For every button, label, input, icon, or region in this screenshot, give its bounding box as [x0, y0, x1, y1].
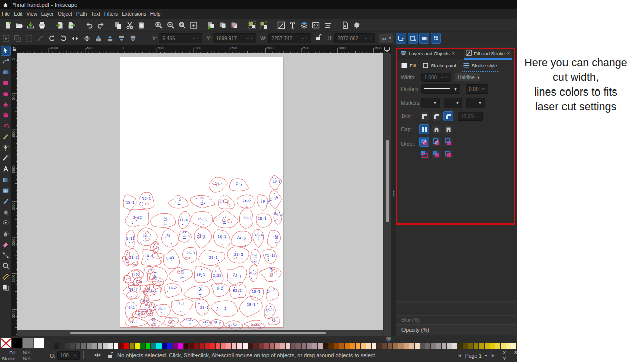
palette-color-swatch[interactable]: [334, 343, 339, 349]
palette-swatch-white[interactable]: [33, 338, 44, 348]
deselect-button[interactable]: [23, 33, 35, 44]
align-dialog-button[interactable]: [321, 20, 333, 31]
palette-color-swatch[interactable]: [146, 343, 151, 349]
order-smf-button[interactable]: [431, 137, 441, 147]
text-dialog-button[interactable]: [287, 20, 298, 31]
palette-color-swatch[interactable]: [124, 343, 129, 349]
tool-shape-builder[interactable]: [1, 68, 10, 77]
palette-color-swatch[interactable]: [103, 343, 108, 349]
field-input-y[interactable]: 1699.917−+: [213, 33, 256, 43]
tool-star[interactable]: [1, 100, 10, 109]
stroke-width-unit-selector[interactable]: Hairline▼: [455, 73, 480, 82]
tab-close-icon[interactable]: ×: [452, 50, 455, 56]
palette-color-swatch[interactable]: [76, 343, 81, 349]
palette-color-swatch[interactable]: [398, 343, 404, 349]
palette-color-swatch[interactable]: [253, 343, 258, 349]
color-managed-icon[interactable]: [385, 336, 392, 342]
palette-color-swatch[interactable]: [216, 343, 221, 349]
marker-selector-start[interactable]: ▼: [421, 98, 440, 108]
dock-resize-handle[interactable]: •••: [392, 190, 395, 196]
subtab-stroke-style[interactable]: Stroke style: [461, 60, 499, 71]
tool-pencil[interactable]: [1, 132, 10, 141]
tool-mesh-gradient[interactable]: [1, 186, 10, 195]
document-properties-button[interactable]: [339, 20, 351, 31]
tool-calligraphy[interactable]: [1, 154, 10, 163]
tool-spray[interactable]: [1, 229, 10, 238]
palette-color-swatch[interactable]: [259, 343, 264, 349]
select-touch-button[interactable]: [35, 33, 46, 44]
palette-color-swatch[interactable]: [485, 343, 490, 349]
tool-selector[interactable]: [1, 46, 10, 55]
select-all-button[interactable]: [0, 33, 12, 44]
export-document-button[interactable]: [65, 20, 77, 31]
palette-color-swatch[interactable]: [280, 343, 285, 349]
layer-visibility-icon[interactable]: [94, 351, 101, 359]
layers-dialog-button[interactable]: [298, 20, 310, 31]
menu-edit[interactable]: Edit: [12, 9, 24, 19]
vertical-scrollbar[interactable]: [383, 53, 391, 336]
menu-view[interactable]: View: [24, 9, 39, 19]
fill-stroke-dialog-button[interactable]: [275, 20, 287, 31]
palette-color-swatch[interactable]: [296, 343, 301, 349]
dock-tab-layers-and-objects[interactable]: Layers and Objects ×: [398, 48, 457, 59]
palette-color-swatch[interactable]: [221, 343, 226, 349]
tool-node-editor[interactable]: [1, 57, 10, 66]
cut-button[interactable]: [124, 20, 135, 31]
tool-rectangle[interactable]: [1, 78, 10, 87]
subtab-fill[interactable]: Fill: [399, 60, 418, 71]
menu-help[interactable]: Help: [148, 9, 163, 19]
palette-color-swatch[interactable]: [479, 343, 484, 349]
menu-extensions[interactable]: Extensions: [120, 9, 148, 19]
ungroup-objects-button[interactable]: [258, 20, 269, 31]
scale-corners-toggle[interactable]: [408, 33, 418, 44]
palette-color-swatch[interactable]: [452, 343, 457, 349]
marker-selector-end[interactable]: ▼: [466, 98, 485, 108]
palette-color-swatch[interactable]: [194, 343, 199, 349]
create-clone-button[interactable]: [217, 20, 228, 31]
layer-lock-icon[interactable]: [107, 351, 113, 359]
fill-stroke-indicator[interactable]: Fill:N/A Stroke:N/A: [0, 350, 31, 362]
page-selector[interactable]: Page 1▼: [465, 353, 488, 359]
palette-color-swatch[interactable]: [130, 343, 135, 349]
palette-color-swatch[interactable]: [92, 343, 97, 349]
palette-color-swatch[interactable]: [318, 343, 323, 349]
dock-tab-fill-and-stroke[interactable]: Fill and Stroke ×: [464, 48, 512, 59]
palette-color-swatch[interactable]: [431, 343, 436, 349]
paste-button[interactable]: [135, 20, 147, 31]
palette-color-swatch[interactable]: [447, 343, 452, 349]
order-msf-button[interactable]: [443, 149, 453, 159]
palette-color-swatch[interactable]: [501, 343, 506, 349]
palette-color-swatch[interactable]: [237, 343, 242, 349]
menu-filters[interactable]: Filters: [102, 9, 120, 19]
palette-color-swatch[interactable]: [270, 343, 275, 349]
import-document-button[interactable]: [54, 20, 65, 31]
tool-zoom[interactable]: [1, 261, 10, 270]
order-fms-button[interactable]: [419, 149, 429, 159]
join-bevel-button[interactable]: [443, 111, 453, 121]
palette-color-swatch[interactable]: [302, 343, 307, 349]
palette-color-swatch[interactable]: [377, 343, 382, 349]
field-input-h[interactable]: 2072.862−+: [334, 33, 375, 43]
palette-color-swatch[interactable]: [70, 343, 75, 349]
preferences-button[interactable]: [351, 20, 362, 31]
palette-color-swatch[interactable]: [189, 343, 194, 349]
palette-color-swatch[interactable]: [361, 343, 366, 349]
palette-color-swatch[interactable]: [275, 343, 280, 349]
palette-color-swatch[interactable]: [425, 343, 430, 349]
save-document-button[interactable]: [25, 20, 36, 31]
copy-button[interactable]: [112, 20, 124, 31]
palette-color-swatch[interactable]: [87, 343, 92, 349]
palette-color-swatch[interactable]: [98, 343, 103, 349]
opacity-input[interactable]: 100−+: [57, 351, 80, 360]
palette-swatch-gray[interactable]: [22, 338, 33, 348]
palette-color-swatch[interactable]: [366, 343, 371, 349]
menu-text[interactable]: Text: [89, 9, 102, 19]
unlink-clone-button[interactable]: [228, 20, 240, 31]
menu-layer[interactable]: Layer: [39, 9, 56, 19]
opacity-row[interactable]: Opacity (%): [396, 324, 517, 335]
tool-spiral[interactable]: [1, 122, 10, 131]
marker-selector-mid[interactable]: ▼: [444, 98, 462, 108]
order-fsm-button[interactable]: [419, 137, 429, 147]
palette-color-swatch[interactable]: [167, 343, 172, 349]
tool-text[interactable]: [1, 164, 10, 173]
